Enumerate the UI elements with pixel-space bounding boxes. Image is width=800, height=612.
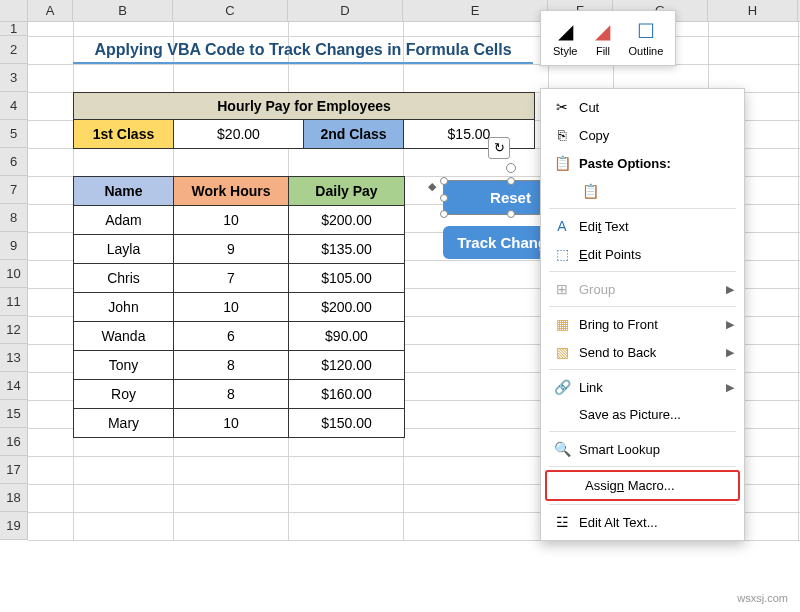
menu-separator [549, 504, 736, 505]
anchor-icon: ◆ [428, 180, 436, 193]
table-cell[interactable]: $90.00 [289, 322, 404, 350]
row-header-16[interactable]: 16 [0, 428, 28, 456]
row-header-9[interactable]: 9 [0, 232, 28, 260]
col-header-H[interactable]: H [708, 0, 798, 21]
menu-cut[interactable]: ✂Cut [541, 93, 744, 121]
col-header-A[interactable]: A [28, 0, 73, 21]
table-cell[interactable]: John [74, 293, 174, 321]
menu-separator [549, 306, 736, 307]
table-cell[interactable]: Layla [74, 235, 174, 263]
menu-paste-default[interactable]: 📋 [541, 177, 744, 205]
edit-text-icon: A [551, 218, 573, 234]
row-header-14[interactable]: 14 [0, 372, 28, 400]
send-back-icon: ▧ [551, 344, 573, 360]
group-icon: ⊞ [551, 281, 573, 297]
edit-points-icon: ⬚ [551, 246, 573, 262]
row-header-1[interactable]: 1 [0, 22, 28, 36]
menu-edit-text[interactable]: AEdit Text [541, 212, 744, 240]
resize-handle[interactable] [440, 194, 448, 202]
class1-label: 1st Class [74, 120, 174, 148]
menu-separator [549, 431, 736, 432]
table-cell[interactable]: $105.00 [289, 264, 404, 292]
table-row: Adam10$200.00 [74, 206, 404, 235]
resize-handle[interactable] [440, 177, 448, 185]
table-cell[interactable]: Tony [74, 351, 174, 379]
resize-handle[interactable] [507, 210, 515, 218]
table-cell[interactable]: $200.00 [289, 206, 404, 234]
emp-header-hours: Work Hours [174, 177, 289, 205]
row-header-5[interactable]: 5 [0, 120, 28, 148]
style-button[interactable]: ◢Style [547, 17, 583, 59]
row-header-17[interactable]: 17 [0, 456, 28, 484]
table-cell[interactable]: 6 [174, 322, 289, 350]
col-header-B[interactable]: B [73, 0, 173, 21]
select-all-corner[interactable] [0, 0, 28, 21]
row-header-13[interactable]: 13 [0, 344, 28, 372]
table-cell[interactable]: $135.00 [289, 235, 404, 263]
class1-value: $20.00 [174, 120, 304, 148]
menu-link[interactable]: 🔗Link▶ [541, 373, 744, 401]
table-cell[interactable]: $150.00 [289, 409, 404, 437]
submenu-arrow-icon: ▶ [726, 318, 734, 331]
table-cell[interactable]: 9 [174, 235, 289, 263]
reset-label: Reset [490, 189, 531, 206]
table-cell[interactable]: $200.00 [289, 293, 404, 321]
menu-edit-points[interactable]: ⬚Edit Points [541, 240, 744, 268]
table-cell[interactable]: Roy [74, 380, 174, 408]
menu-group: ⊞Group▶ [541, 275, 744, 303]
fill-button[interactable]: ◢Fill [589, 17, 616, 59]
table-cell[interactable]: 8 [174, 351, 289, 379]
row-header-7[interactable]: 7 [0, 176, 28, 204]
mini-toolbar: ◢Style ◢Fill ☐Outline [540, 10, 676, 66]
menu-smart-lookup[interactable]: 🔍Smart Lookup [541, 435, 744, 463]
outline-label: Outline [628, 45, 663, 57]
table-row: Roy8$160.00 [74, 380, 404, 409]
table-cell[interactable]: 8 [174, 380, 289, 408]
table-cell[interactable]: Wanda [74, 322, 174, 350]
menu-edit-alt-text[interactable]: ☳Edit Alt Text... [541, 508, 744, 536]
table-cell[interactable]: 10 [174, 409, 289, 437]
col-header-C[interactable]: C [173, 0, 288, 21]
row-header-18[interactable]: 18 [0, 484, 28, 512]
smart-tag-icon[interactable]: ↻ [488, 137, 510, 159]
table-cell[interactable]: $120.00 [289, 351, 404, 379]
paste-icon: 📋 [551, 155, 573, 171]
row-header-11[interactable]: 11 [0, 288, 28, 316]
menu-separator [549, 271, 736, 272]
row-header-4[interactable]: 4 [0, 92, 28, 120]
menu-send-back[interactable]: ▧Send to Back▶ [541, 338, 744, 366]
menu-assign-macro[interactable]: Assign Macro... [547, 472, 738, 499]
style-icon: ◢ [553, 19, 577, 43]
row-header-19[interactable]: 19 [0, 512, 28, 540]
outline-icon: ☐ [628, 19, 663, 43]
table-cell[interactable]: Mary [74, 409, 174, 437]
page-title: Applying VBA Code to Track Changes in Fo… [73, 36, 533, 64]
table-cell[interactable]: Adam [74, 206, 174, 234]
resize-handle[interactable] [507, 177, 515, 185]
table-cell[interactable]: Chris [74, 264, 174, 292]
row-header-6[interactable]: 6 [0, 148, 28, 176]
row-header-15[interactable]: 15 [0, 400, 28, 428]
row-header-8[interactable]: 8 [0, 204, 28, 232]
paste-default-icon: 📋 [579, 183, 601, 199]
outline-button[interactable]: ☐Outline [622, 17, 669, 59]
table-cell[interactable]: 10 [174, 206, 289, 234]
row-header-12[interactable]: 12 [0, 316, 28, 344]
row-header-3[interactable]: 3 [0, 64, 28, 92]
rotate-handle[interactable] [506, 163, 516, 173]
table-cell[interactable]: 7 [174, 264, 289, 292]
table-cell[interactable]: $160.00 [289, 380, 404, 408]
table-cell[interactable]: 10 [174, 293, 289, 321]
table-row: John10$200.00 [74, 293, 404, 322]
col-header-D[interactable]: D [288, 0, 403, 21]
bring-front-icon: ▦ [551, 316, 573, 332]
menu-save-picture[interactable]: Save as Picture... [541, 401, 744, 428]
employee-table: Name Work Hours Daily Pay Adam10$200.00L… [73, 176, 405, 438]
menu-bring-front[interactable]: ▦Bring to Front▶ [541, 310, 744, 338]
resize-handle[interactable] [440, 210, 448, 218]
col-header-E[interactable]: E [403, 0, 548, 21]
row-header-10[interactable]: 10 [0, 260, 28, 288]
hourly-pay-table: Hourly Pay for Employees 1st Class $20.0… [73, 92, 535, 149]
menu-copy[interactable]: ⎘Copy [541, 121, 744, 149]
row-header-2[interactable]: 2 [0, 36, 28, 64]
